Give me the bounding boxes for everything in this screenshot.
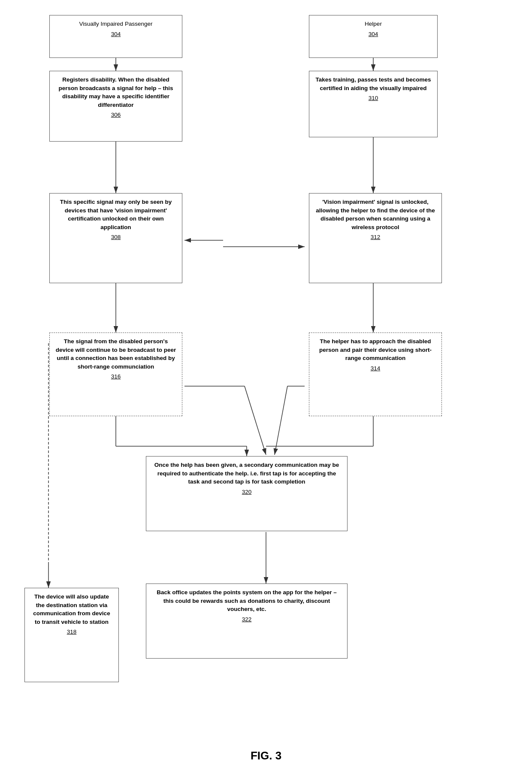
- box-314-label: The helper has to approach the disabled …: [319, 338, 432, 361]
- box-312-label: 'Vision impairment' signal is unlocked, …: [316, 199, 435, 230]
- helper-header-box: Helper 304: [309, 15, 438, 58]
- box-306: Registers disability. When the disabled …: [49, 71, 182, 142]
- helper-header-label: Helper: [365, 21, 382, 27]
- box-308: This specific signal may only be seen by…: [49, 193, 182, 283]
- box-316-ref: 316: [55, 372, 177, 381]
- box-310: Takes training, passes tests and becomes…: [309, 71, 438, 137]
- svg-line-18: [275, 386, 287, 455]
- box-320: Once the help has been given, a secondar…: [146, 456, 348, 531]
- vip-header-ref: 304: [55, 30, 177, 39]
- box-316: The signal from the disabled person's de…: [49, 333, 182, 416]
- box-318-label: The device will also update the destinat…: [33, 593, 110, 625]
- box-312: 'Vision impairment' signal is unlocked, …: [309, 193, 442, 283]
- svg-line-16: [245, 386, 266, 455]
- box-316-label: The signal from the disabled person's de…: [56, 338, 176, 370]
- box-308-label: This specific signal may only be seen by…: [60, 199, 172, 230]
- box-322-ref: 322: [151, 615, 342, 624]
- box-310-ref: 310: [314, 94, 432, 103]
- box-322: Back office updates the points system on…: [146, 584, 348, 659]
- box-312-ref: 312: [314, 233, 436, 242]
- figure-label: FIG. 3: [251, 749, 281, 762]
- box-318: The device will also update the destinat…: [24, 588, 119, 682]
- box-322-label: Back office updates the points system on…: [157, 589, 336, 612]
- box-306-ref: 306: [55, 111, 177, 119]
- vip-header-box: Visually Impaired Passenger 304: [49, 15, 182, 58]
- box-320-label: Once the help has been given, a secondar…: [154, 462, 339, 485]
- box-308-ref: 308: [55, 233, 177, 242]
- box-306-label: Registers disability. When the disabled …: [58, 76, 173, 108]
- box-310-label: Takes training, passes tests and becomes…: [315, 76, 431, 91]
- vip-header-label: Visually Impaired Passenger: [79, 21, 153, 27]
- box-320-ref: 320: [151, 488, 342, 496]
- box-318-ref: 318: [30, 628, 113, 636]
- helper-header-ref: 304: [314, 30, 432, 39]
- diagram-container: Visually Impaired Passenger 304 Helper 3…: [0, 0, 532, 771]
- box-314-ref: 314: [314, 364, 436, 373]
- box-314: The helper has to approach the disabled …: [309, 333, 442, 416]
